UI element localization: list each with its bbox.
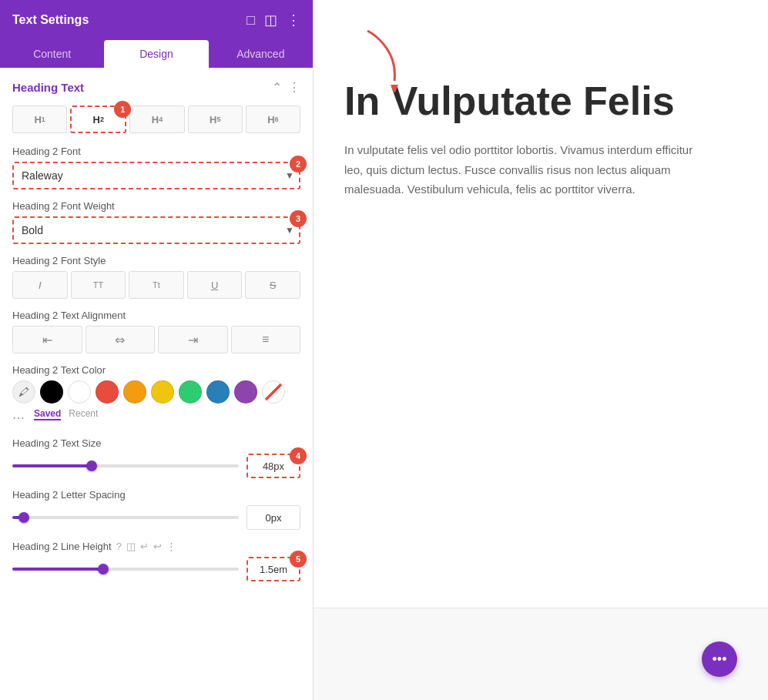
underline-button[interactable]: U (187, 271, 243, 299)
desktop-icon[interactable]: ◫ (126, 541, 136, 552)
tab-design[interactable]: Design (104, 40, 208, 68)
section-icons: ⌃ ⋮ (272, 80, 300, 95)
swatch-white[interactable] (68, 380, 91, 404)
alignment-group: Heading 2 Text Alignment ⇤ ⇔ ⇥ ≡ (12, 310, 300, 353)
section-more-icon[interactable]: ⋮ (288, 80, 300, 95)
letter-spacing-label: Heading 2 Letter Spacing (12, 489, 300, 501)
line-height-label-row: Heading 2 Line Height ? ◫ ↵ ↩ ⋮ (12, 541, 300, 552)
h2-button[interactable]: H2 1 (70, 106, 126, 133)
h5-button[interactable]: H5 (188, 106, 243, 133)
align-center-button[interactable]: ⇔ (86, 326, 156, 353)
align-justify-button[interactable]: ≡ (231, 326, 301, 353)
font-label: Heading 2 Font (12, 146, 300, 157)
split-icon[interactable]: ◫ (264, 12, 277, 28)
font-weight-select-container: Bold Regular Light ▼ (12, 216, 300, 244)
text-size-input-wrap: 4 (246, 454, 300, 478)
text-size-badge: 4 (290, 447, 307, 464)
line-height-badge: 5 (290, 551, 307, 568)
font-badge: 2 (290, 156, 307, 172)
text-size-label: Heading 2 Text Size (12, 437, 300, 449)
text-size-track[interactable] (12, 464, 239, 467)
h2-badge: 1 (114, 101, 131, 118)
swatch-transparent[interactable] (262, 380, 285, 404)
h6-button[interactable]: H6 (246, 106, 300, 133)
swatch-yellow[interactable] (151, 380, 174, 404)
letter-spacing-group: Heading 2 Letter Spacing (12, 489, 300, 530)
font-style-label: Heading 2 Font Style (12, 255, 300, 266)
settings-panel: Text Settings □ ◫ ⋮ Content Design Advan… (0, 0, 314, 700)
alignment-label: Heading 2 Text Alignment (12, 310, 300, 321)
text-color-label: Heading 2 Text Color (12, 364, 300, 376)
swatch-green[interactable] (179, 380, 202, 404)
h1-button[interactable]: H1 (12, 106, 67, 133)
pointer-arrow (352, 23, 414, 92)
font-weight-select[interactable]: Bold Regular Light (12, 216, 300, 244)
line-height-input-wrap: 5 (246, 557, 300, 581)
font-style-group: Heading 2 Font Style I TT Tt U S (12, 255, 300, 299)
color-tabs: Saved Recent (34, 408, 98, 420)
arrow-area (352, 23, 414, 95)
align-buttons: ⇤ ⇔ ⇥ ≡ (12, 326, 300, 353)
heading-buttons: H1 H2 1 H4 H5 H6 (12, 106, 300, 133)
preview-body: In vulputate felis vel odio porttitor lo… (344, 140, 714, 199)
panel-tabs: Content Design Advanced (0, 40, 313, 68)
panel-header: Text Settings □ ◫ ⋮ (0, 0, 313, 40)
swatch-red[interactable] (96, 380, 119, 404)
tab-content[interactable]: Content (0, 40, 104, 68)
letter-spacing-thumb (18, 512, 29, 523)
align-left-button[interactable]: ⇤ (12, 326, 82, 353)
color-tab-saved[interactable]: Saved (34, 408, 61, 420)
text-size-group: Heading 2 Text Size 4 (12, 437, 300, 478)
font-select[interactable]: Raleway Arial Georgia (12, 162, 300, 189)
italic-button[interactable]: I (12, 271, 68, 299)
swatch-purple[interactable] (234, 380, 257, 404)
line-height-label: Heading 2 Line Height (12, 541, 112, 552)
font-weight-badge: 3 (290, 210, 307, 227)
text-color-group: Heading 2 Text Color 🖍 ⋯ Saved Recent (12, 364, 300, 427)
h4-button[interactable]: H4 (129, 106, 184, 133)
letter-spacing-slider-row (12, 505, 300, 530)
svg-marker-0 (391, 85, 398, 92)
reset-icon[interactable]: ↩ (153, 541, 162, 552)
text-size-thumb (86, 461, 97, 471)
header-icons: □ ◫ ⋮ (246, 12, 300, 28)
line-height-slider-row: 5 (12, 557, 300, 581)
section-title: Heading Text (12, 81, 84, 94)
letter-spacing-track[interactable] (12, 516, 239, 519)
line-height-track[interactable] (12, 568, 239, 571)
align-right-button[interactable]: ⇥ (158, 326, 228, 353)
preview-panel: In Vulputate Felis In vulputate felis ve… (314, 0, 768, 700)
capitalize-button[interactable]: Tt (129, 271, 184, 299)
color-tab-recent[interactable]: Recent (69, 408, 98, 420)
uppercase-button[interactable]: TT (71, 271, 126, 299)
letter-spacing-input[interactable] (246, 505, 300, 530)
panel-title: Text Settings (12, 13, 89, 27)
font-weight-group: Heading 2 Font Weight Bold Regular Light… (12, 200, 300, 244)
line-height-more-icon[interactable]: ⋮ (166, 541, 176, 552)
resize-icon[interactable]: □ (246, 12, 255, 28)
fab-button[interactable]: ••• (702, 641, 737, 677)
line-height-thumb (98, 564, 109, 574)
line-height-fill (12, 568, 103, 571)
swatch-orange[interactable] (123, 380, 146, 404)
strikethrough-button[interactable]: S (245, 271, 300, 299)
section-header: Heading Text ⌃ ⋮ (12, 80, 300, 95)
more-vert-icon[interactable]: ⋮ (287, 12, 300, 28)
cursor-icon[interactable]: ↵ (140, 541, 149, 552)
fab-icon: ••• (713, 651, 727, 668)
style-buttons: I TT Tt U S (12, 271, 300, 299)
swatch-blue[interactable] (206, 380, 230, 404)
color-swatches: 🖍 (12, 380, 300, 404)
tab-advanced[interactable]: Advanced (209, 40, 313, 68)
swatch-black[interactable] (40, 380, 63, 404)
more-colors-button[interactable]: ⋯ (12, 410, 25, 425)
help-icon[interactable]: ? (116, 541, 122, 552)
eyedropper-button[interactable]: 🖍 (12, 380, 35, 404)
line-height-group: Heading 2 Line Height ? ◫ ↵ ↩ ⋮ 5 (12, 541, 300, 581)
collapse-icon[interactable]: ⌃ (272, 80, 282, 95)
font-select-wrap: Raleway Arial Georgia ▼ 2 (12, 162, 300, 189)
preview-bottom-section (314, 608, 768, 700)
text-size-fill (12, 464, 92, 467)
font-select-container: Raleway Arial Georgia ▼ (12, 162, 300, 189)
font-weight-label: Heading 2 Font Weight (12, 200, 300, 212)
